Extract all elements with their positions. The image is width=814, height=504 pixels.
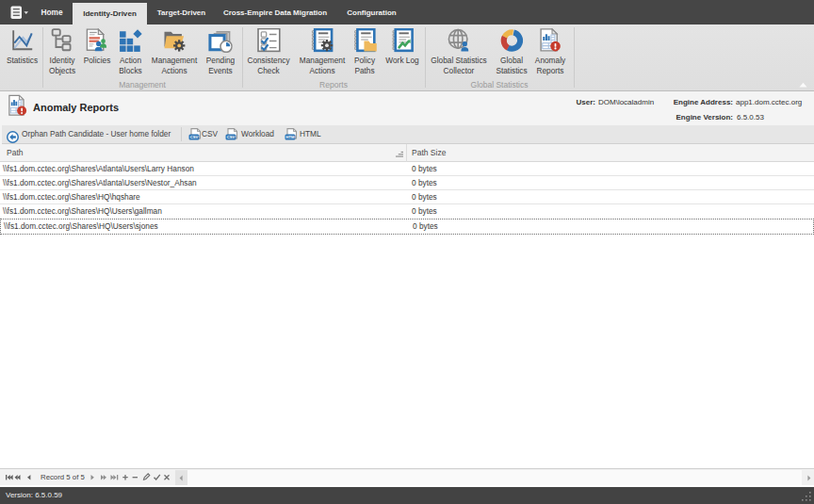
svg-text:HTM: HTM	[285, 135, 295, 139]
svg-text:CSV: CSV	[190, 135, 199, 139]
svg-text:CSV: CSV	[227, 135, 236, 139]
